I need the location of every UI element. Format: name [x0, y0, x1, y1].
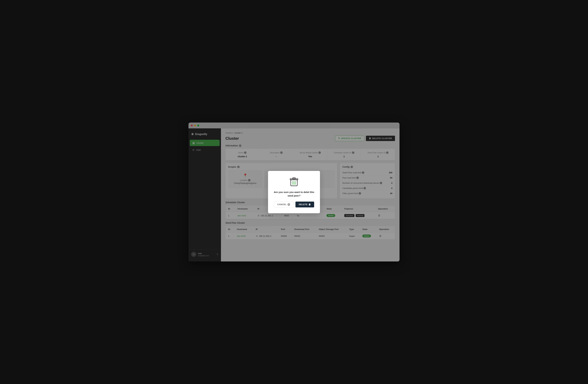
- delete-confirm-button[interactable]: DELETE 🗑: [295, 202, 314, 207]
- modal-actions: CANCEL ✕ DELETE 🗑: [273, 202, 315, 207]
- cancel-x-icon: ✕: [288, 203, 290, 206]
- modal-message: Are you sure you want to delet this seed…: [273, 190, 315, 198]
- modal-overlay[interactable]: Are you sure you want to delet this seed…: [0, 0, 588, 384]
- cancel-button[interactable]: CANCEL ✕: [274, 202, 294, 207]
- delete-trash-icon: 🗑: [308, 203, 311, 206]
- modal-trash-icon: [289, 177, 299, 187]
- delete-confirmation-modal: Are you sure you want to delet this seed…: [268, 171, 320, 213]
- svg-rect-2: [293, 178, 295, 179]
